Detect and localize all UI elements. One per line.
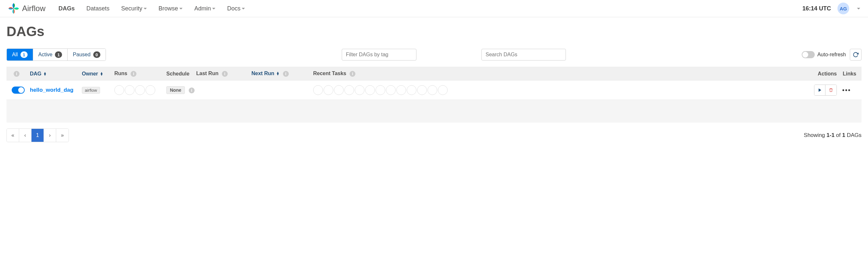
refresh-icon (853, 52, 859, 58)
page-first-button[interactable]: « (7, 129, 19, 142)
table-row: hello_world_dagairflowNonei••• (6, 81, 862, 100)
nav-item-admin[interactable]: Admin (194, 5, 215, 12)
more-links-button[interactable]: ••• (837, 87, 856, 94)
user-menu-caret-icon[interactable] (857, 8, 860, 9)
info-icon: i (189, 87, 194, 93)
dags-table: i DAG ▲▼ Owner ▲▼ Runs i Schedule Last R… (6, 67, 862, 123)
info-icon: i (283, 71, 289, 77)
schedule-badge: None (166, 86, 185, 94)
tag-filter-input[interactable] (342, 49, 416, 60)
filter-tab-all[interactable]: All1 (7, 49, 33, 60)
trash-icon (829, 88, 833, 92)
nav-item-dags[interactable]: DAGs (59, 5, 75, 12)
navbar-brand[interactable]: Airflow (8, 3, 45, 14)
auto-refresh: Auto-refresh (802, 51, 846, 58)
dag-link[interactable]: hello_world_dag (30, 87, 73, 93)
auto-refresh-label: Auto-refresh (817, 52, 846, 58)
user-avatar[interactable]: AG (837, 3, 849, 14)
sort-caret-icon: ▲▼ (43, 72, 47, 76)
filter-tabs: All1Active1Paused0 (6, 49, 106, 61)
navbar-right: 16:14 UTC AG (802, 3, 860, 14)
navbar: Airflow DAGsDatasetsSecurityBrowseAdminD… (0, 0, 868, 17)
header-dag[interactable]: DAG ▲▼ (30, 71, 46, 77)
page-next-button[interactable]: › (44, 129, 56, 142)
nav-item-docs[interactable]: Docs (227, 5, 245, 12)
header-owner[interactable]: Owner ▲▼ (82, 71, 103, 77)
info-icon: i (131, 71, 136, 77)
pagination: « ‹ 1 › » (6, 129, 69, 142)
chevron-down-icon (179, 8, 183, 9)
chevron-down-icon (212, 8, 215, 9)
runs-circles (114, 85, 166, 95)
nav-item-security[interactable]: Security (121, 5, 147, 12)
page-last-button[interactable]: » (56, 129, 68, 142)
header-runs: Runs (114, 70, 127, 76)
owner-badge: airflow (82, 87, 100, 94)
showing-text: Showing 1-1 of 1 DAGs (804, 132, 862, 139)
table-header: i DAG ▲▼ Owner ▲▼ Runs i Schedule Last R… (6, 67, 862, 81)
nav-item-browse[interactable]: Browse (158, 5, 183, 12)
refresh-button[interactable] (850, 49, 862, 60)
delete-dag-button[interactable] (826, 85, 836, 95)
brand-title: Airflow (22, 4, 45, 13)
page-prev-button[interactable]: ‹ (19, 129, 32, 142)
header-actions: Actions (818, 71, 837, 77)
filter-tab-active[interactable]: Active1 (33, 49, 68, 60)
sort-caret-icon: ▲▼ (100, 72, 103, 76)
chevron-down-icon (242, 8, 245, 9)
header-links: Links (843, 71, 856, 77)
filter-tab-paused[interactable]: Paused0 (68, 49, 105, 60)
header-last-run: Last Run (196, 70, 218, 76)
header-recent-tasks: Recent Tasks (313, 70, 346, 76)
header-next-run[interactable]: Next Run ▲▼ (251, 70, 279, 77)
nav-item-datasets[interactable]: Datasets (86, 5, 110, 12)
page-number-button[interactable]: 1 (32, 129, 44, 142)
filter-row: All1Active1Paused0 Auto-refresh (6, 49, 862, 61)
search-input[interactable] (482, 49, 566, 60)
info-icon: i (13, 71, 20, 77)
header-schedule: Schedule (166, 71, 189, 77)
airflow-logo-icon (8, 3, 20, 14)
sort-caret-icon: ▲▼ (276, 72, 279, 76)
info-icon: i (222, 71, 228, 77)
nav-links: DAGsDatasetsSecurityBrowseAdminDocs (59, 5, 802, 12)
table-spacer (6, 100, 862, 123)
play-icon (818, 88, 822, 92)
auto-refresh-toggle[interactable] (802, 51, 815, 58)
page-title: DAGs (6, 24, 862, 39)
info-icon: i (349, 71, 355, 77)
footer-row: « ‹ 1 › » Showing 1-1 of 1 DAGs (6, 129, 862, 142)
recent-tasks-circles (313, 85, 804, 95)
chevron-down-icon (144, 8, 147, 9)
dag-enabled-toggle[interactable] (12, 87, 25, 94)
clock: 16:14 UTC (802, 5, 831, 12)
trigger-dag-button[interactable] (814, 85, 826, 95)
